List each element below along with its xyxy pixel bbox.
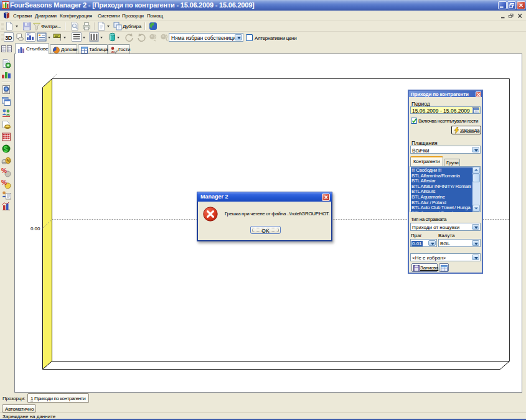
svg-text:$: $: [4, 145, 8, 154]
svg-text:3D: 3D: [5, 34, 12, 41]
svg-text:%: %: [7, 159, 11, 163]
svg-text:%: %: [1, 179, 7, 186]
svg-text:%: %: [1, 167, 7, 174]
svg-text:0.00: 0.00: [31, 226, 40, 231]
